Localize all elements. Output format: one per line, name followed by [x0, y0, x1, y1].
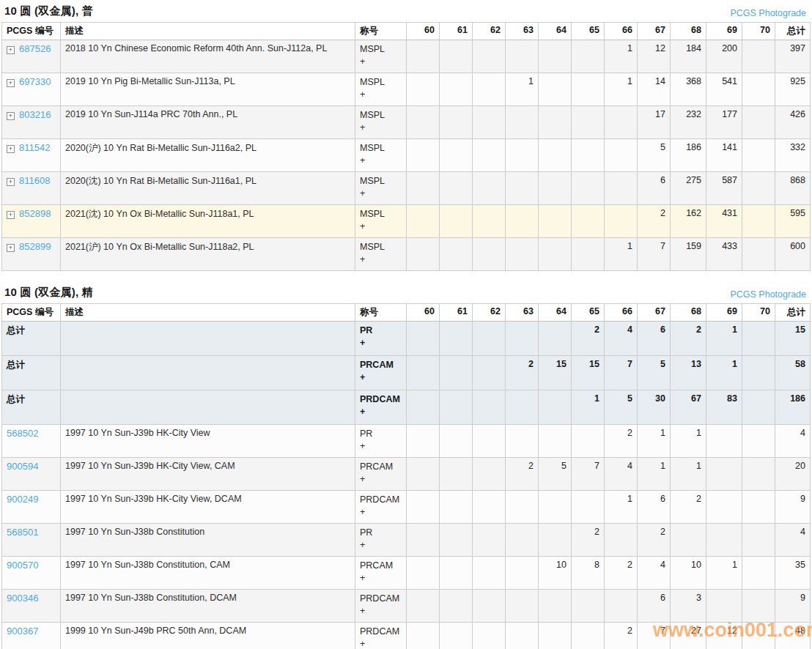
description-cell: 2019 10 Yn Pig Bi-Metallic Sun-J113a, PL [61, 73, 355, 106]
expand-icon[interactable]: + [7, 112, 15, 120]
designation-label: MSPL [360, 43, 402, 56]
grade-cell-64 [539, 40, 572, 73]
cert-number-link[interactable]: 687526 [19, 43, 51, 54]
total-cell: 186 [775, 390, 811, 425]
col-header-grade-63: 63 [506, 304, 539, 322]
cert-cell: 900249 [2, 491, 61, 524]
grade-cell-60 [407, 390, 440, 425]
expand-icon[interactable]: + [7, 211, 15, 219]
table-row: 9002491997 10 Yn Sun-J39b HK-City View, … [2, 491, 811, 524]
col-header-grade-65: 65 [572, 23, 605, 40]
grade-cell-60 [407, 524, 440, 557]
grade-cell-60 [407, 557, 440, 590]
grade-cell-69: 1 [706, 557, 742, 590]
cert-cell: 总计 [2, 322, 61, 356]
grade-cell-60 [407, 40, 440, 73]
expand-icon[interactable]: + [7, 79, 15, 87]
grade-cell-62 [473, 425, 506, 458]
grade-cell-64: 5 [539, 458, 572, 491]
grade-cell-70 [742, 139, 775, 172]
table-row: 9003671999 10 Yn Sun-J49b PRC 50th Ann, … [2, 623, 811, 649]
col-header-description: 描述 [61, 304, 355, 322]
grade-cell-62 [473, 458, 506, 491]
grade-cell-63 [506, 40, 539, 73]
designation-cell: MSPL+ [355, 172, 407, 205]
cert-cell: +852898 [2, 205, 61, 238]
grade-cell-61 [440, 425, 473, 458]
grade-cell-62 [473, 172, 506, 205]
expand-icon[interactable]: + [7, 46, 15, 54]
cert-number-link[interactable]: 900594 [7, 461, 38, 472]
cert-number-link[interactable]: 900249 [7, 494, 38, 505]
grade-cell-60 [407, 73, 440, 106]
section-title-proof: 10 圆 (双金属), 精 [4, 286, 93, 300]
cert-number-link[interactable]: 803216 [19, 109, 51, 120]
cert-number-link[interactable]: 811608 [19, 175, 50, 186]
grade-cell-68: 184 [671, 40, 706, 73]
grade-cell-66 [605, 524, 638, 557]
designation-cell: PRDCAM+ [355, 491, 407, 524]
section-ms: 10 圆 (双金属), 普 PCGS Photograde PCGS 编号描述称… [0, 0, 812, 271]
grade-cell-63 [506, 390, 539, 425]
total-cell: 20 [775, 458, 811, 491]
cert-number-link[interactable]: 900570 [7, 560, 38, 571]
total-cell: 426 [775, 106, 811, 139]
description-cell [61, 356, 355, 390]
grade-cell-61 [440, 106, 473, 139]
pcgs-photograde-link[interactable]: PCGS Photograde [730, 8, 808, 18]
designation-cell: MSPL+ [355, 238, 407, 271]
expand-icon[interactable]: + [7, 178, 15, 186]
grade-cell-61 [440, 590, 473, 623]
description-cell [61, 390, 355, 425]
grade-cell-67: 1 [638, 425, 671, 458]
designation-plus: + [360, 406, 402, 418]
grade-cell-70 [742, 172, 775, 205]
grade-cell-65 [572, 73, 605, 106]
cert-number-link[interactable]: 568501 [7, 527, 38, 538]
summary-row: 总计PR+2462115 [2, 322, 811, 356]
designation-plus: + [360, 371, 402, 384]
designation-label: MSPL [360, 241, 402, 253]
description-cell [61, 322, 355, 356]
grade-cell-70 [742, 238, 775, 271]
col-header-grade-62: 62 [473, 304, 506, 322]
expand-icon[interactable]: + [7, 244, 15, 252]
description-cell: 2021(沪) 10 Yn Ox Bi-Metallic Sun-J118a2,… [61, 238, 355, 271]
cert-number-link[interactable]: 811542 [19, 142, 50, 153]
grade-cell-69 [706, 425, 742, 458]
grade-cell-67: 6 [638, 590, 671, 623]
cert-number-link[interactable]: 900346 [7, 593, 38, 604]
designation-cell: PRDCAM+ [355, 390, 407, 425]
grade-cell-69: 200 [706, 40, 742, 73]
grade-cell-68: 2 [671, 322, 706, 356]
grade-cell-70 [742, 623, 775, 649]
expand-icon[interactable]: + [7, 145, 15, 153]
table-row: +8528982021(沈) 10 Yn Ox Bi-Metallic Sun-… [2, 205, 811, 238]
grade-cell-63: 1 [506, 73, 539, 106]
cert-number-link[interactable]: 852898 [19, 208, 51, 219]
cert-number-link[interactable]: 697330 [19, 76, 51, 87]
grade-cell-66: 4 [605, 322, 638, 356]
total-cell: 925 [775, 73, 811, 106]
col-header-grade-70: 70 [742, 23, 775, 40]
pcgs-photograde-link[interactable]: PCGS Photograde [730, 289, 808, 300]
total-cell: 332 [775, 139, 811, 172]
grade-cell-70 [742, 322, 775, 356]
cert-number-link[interactable]: 852899 [19, 241, 51, 252]
grade-cell-67: 14 [638, 73, 671, 106]
cert-cell: +803216 [2, 106, 61, 139]
cert-cell: 900594 [2, 458, 61, 491]
cert-number-link[interactable]: 900367 [7, 626, 38, 637]
grade-cell-64 [539, 524, 572, 557]
grade-cell-67: 2 [638, 205, 671, 238]
grade-cell-66 [605, 205, 638, 238]
grade-cell-64 [539, 139, 572, 172]
designation-plus: + [360, 253, 402, 266]
grade-cell-67: 5 [638, 356, 671, 390]
table-header-row: PCGS 编号描述称号6061626364656667686970总计 [2, 23, 811, 40]
cert-number-link[interactable]: 568502 [7, 428, 38, 439]
cert-cell: +687526 [2, 40, 61, 73]
total-cell: 4 [775, 524, 811, 557]
grade-cell-65: 1 [572, 390, 605, 425]
total-cell: 9 [775, 491, 811, 524]
